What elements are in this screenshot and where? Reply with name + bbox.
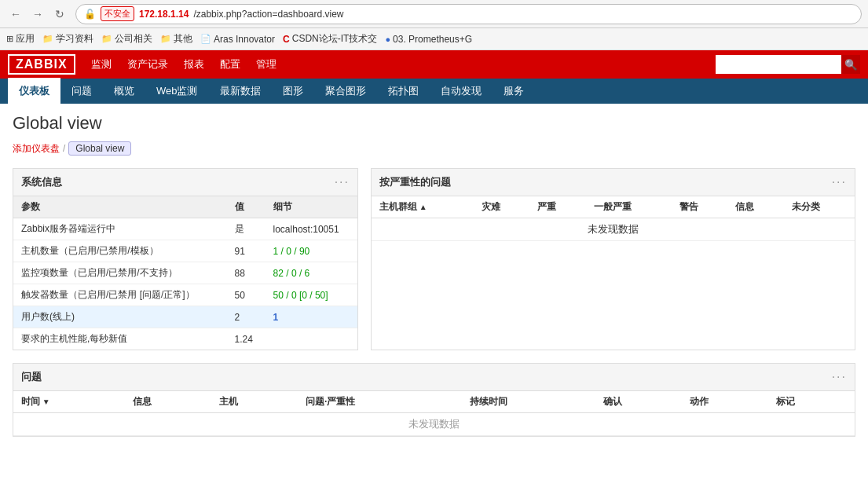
table-row: 触发器数量（已启用/已禁用 [问题/正常]）5050 / 0 [0 / 50] [13,284,357,306]
sub-nav-items: 仪表板 问题 概览 Web监测 最新数据 图形 聚合图形 拓扑图 自动发现 服务 [8,78,535,104]
search-input[interactable] [716,55,841,74]
value-cell: 91 [227,240,266,262]
value-cell: 2 [227,306,266,328]
subnav-dashboard[interactable]: 仪表板 [8,78,60,104]
detail-cell: 82 / 0 / 6 [266,262,357,284]
problems-severity-menu[interactable]: ··· [832,175,847,189]
nav-config[interactable]: 配置 [220,51,240,78]
bookmark-other[interactable]: 📁 其他 [160,32,192,46]
system-info-body: 参数 值 细节 Zabbix服务器端运行中是localhost:10051主机数… [13,196,357,350]
col-time[interactable]: 时间 [13,391,125,413]
bookmark-prometheus[interactable]: ● 03. Prometheus+G [385,34,472,45]
problems-widget: 问题 ··· 时间 信息 主机 问题·严重性 持续时间 确认 动作 标记 [13,363,855,437]
problems-severity-table: 主机群组 灾难 严重 一般严重 警告 信息 未分类 未发现数据 [372,196,855,241]
table-row: 未发现数据 [372,218,855,241]
csdn-icon: C [283,34,290,45]
lock-icon: 🔓 [84,9,96,20]
problems-header-row: 时间 信息 主机 问题·严重性 持续时间 确认 动作 标记 [13,391,855,413]
problems-widget-header: 问题 ··· [13,364,855,391]
subnav-problems[interactable]: 问题 [60,78,103,104]
address-ip: 172.18.1.14 [139,9,189,20]
col-host: 主机 [211,391,298,413]
subnav-latest-data[interactable]: 最新数据 [209,78,272,104]
address-rest: /zabbix.php?action=dashboard.view [193,9,343,20]
nav-monitoring[interactable]: 监测 [91,51,112,78]
bookmark-aras[interactable]: 📄 Aras Innovator [200,34,275,45]
breadcrumb-separator: / [63,143,65,154]
subnav-topology[interactable]: 拓扑图 [377,78,430,104]
bookmark-company[interactable]: 📁 公司相关 [101,32,152,46]
bookmark-study-label: 学习资料 [56,32,93,46]
bookmark-csdn[interactable]: C CSDN论坛-IT技术交 [283,32,377,46]
table-row: 未发现数据 [13,413,855,436]
table-row: 监控项数量（已启用/已禁用/不支持）8882 / 0 / 6 [13,262,357,284]
col-duration: 持续时间 [462,391,595,413]
subnav-graphs[interactable]: 图形 [272,78,314,104]
browser-nav-buttons: ← → ↻ [6,5,69,24]
col-unclassified: 未分类 [784,196,855,218]
col-info: 信息 [125,391,211,413]
param-cell: Zabbix服务器端运行中 [13,218,227,240]
top-navigation: ZABBIX 监测 资产记录 报表 配置 管理 🔍 [0,50,868,79]
problems-widget-menu[interactable]: ··· [832,370,847,384]
page-title: Global view [13,113,855,134]
subnav-web-monitoring[interactable]: Web监测 [145,78,209,104]
col-param: 参数 [13,196,227,218]
browser-bar: ← → ↻ 🔓 不安全 172.18.1.14 /zabbix.php?acti… [0,0,868,28]
breadcrumb: 添加仪表盘 / Global view [13,141,855,156]
breadcrumb-link[interactable]: 添加仪表盘 [13,142,60,156]
address-bar[interactable]: 🔓 不安全 172.18.1.14 /zabbix.php?action=das… [75,4,862,24]
bookmark-company-label: 公司相关 [115,32,152,46]
bookmark-apps[interactable]: ⊞ 应用 [6,32,35,46]
back-button[interactable]: ← [6,5,25,24]
nav-reports[interactable]: 报表 [184,51,204,78]
system-info-table-body: Zabbix服务器端运行中是localhost:10051主机数量（已启用/已禁… [13,218,357,350]
value-cell: 是 [227,218,266,240]
col-action: 动作 [682,391,768,413]
forward-button[interactable]: → [28,5,47,24]
system-info-table: 参数 值 细节 Zabbix服务器端运行中是localhost:10051主机数… [13,196,357,350]
subnav-overview[interactable]: 概览 [103,78,145,104]
table-row: 用户数(线上)21 [13,306,357,328]
system-info-title: 系统信息 [21,175,62,189]
value-cell: 1.24 [227,328,266,350]
bookmark-aras-label: Aras Innovator [214,34,275,45]
sub-navigation: 仪表板 问题 概览 Web监测 最新数据 图形 聚合图形 拓扑图 自动发现 服务 [0,79,868,104]
zabbix-logo: ZABBIX [8,54,75,75]
folder-icon3: 📁 [160,34,171,44]
problems-table-body: 未发现数据 [13,413,855,436]
subnav-discovery[interactable]: 自动发现 [430,78,493,104]
reload-button[interactable]: ↻ [50,5,69,24]
problems-severity-header: 按严重性的问题 ··· [372,169,855,196]
system-info-menu[interactable]: ··· [335,175,350,189]
prob-header-row: 主机群组 灾难 严重 一般严重 警告 信息 未分类 [372,196,855,218]
problems-severity-title: 按严重性的问题 [379,175,451,189]
system-info-widget: 系统信息 ··· 参数 值 细节 Zabbix服务器端运行中是l [13,168,358,350]
detail-cell: 1 [266,306,357,328]
search-button[interactable]: 🔍 [841,55,860,74]
param-cell: 要求的主机性能,每秒新值 [13,328,227,350]
prometheus-icon: ● [385,35,390,44]
problems-table: 时间 信息 主机 问题·严重性 持续时间 确认 动作 标记 未发现数据 [13,391,855,436]
nav-admin[interactable]: 管理 [256,51,277,78]
apps-icon: ⊞ [6,34,13,44]
doc-icon: 📄 [200,34,211,44]
insecure-label: 不安全 [101,6,134,21]
dashboard-row-1: 系统信息 ··· 参数 值 细节 Zabbix服务器端运行中是l [13,168,855,350]
subnav-screens[interactable]: 聚合图形 [314,78,377,104]
value-cell: 50 [227,284,266,306]
detail-cell: 1 / 0 / 90 [266,240,357,262]
col-value: 值 [227,196,266,218]
nav-assets[interactable]: 资产记录 [127,51,168,78]
detail-cell: localhost:10051 [266,218,357,240]
param-cell: 监控项数量（已启用/已禁用/不支持） [13,262,227,284]
breadcrumb-current: Global view [68,141,131,156]
folder-icon2: 📁 [101,34,112,44]
col-host-group[interactable]: 主机群组 [372,196,474,218]
col-ack: 确认 [595,391,682,413]
bookmark-study[interactable]: 📁 学习资料 [42,32,93,46]
col-disaster: 灾难 [474,196,529,218]
subnav-services[interactable]: 服务 [493,78,535,104]
bookmark-apps-label: 应用 [16,32,35,46]
col-info: 信息 [727,196,783,218]
